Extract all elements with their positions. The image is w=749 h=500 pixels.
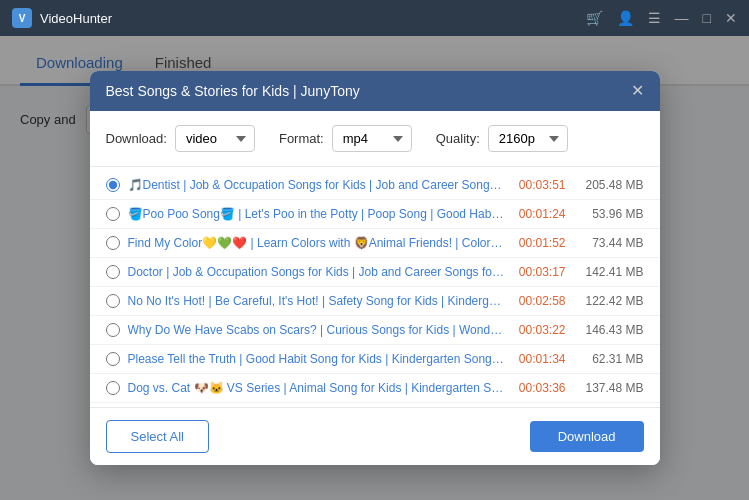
row-radio[interactable]: [106, 294, 120, 308]
row-radio[interactable]: [106, 352, 120, 366]
modal-overlay: Best Songs & Stories for Kids | JunyTony…: [0, 36, 749, 500]
app-icon: V: [12, 8, 32, 28]
row-radio[interactable]: [106, 236, 120, 250]
row-title: Why Do We Have Scabs on Scars? | Curious…: [128, 323, 506, 337]
modal-title: Best Songs & Stories for Kids | JunyTony: [106, 83, 360, 99]
row-duration: 00:02:58: [514, 294, 566, 308]
main-content: Downloading Finished Copy and Analyze Be…: [0, 36, 749, 500]
row-size: 62.31 MB: [574, 352, 644, 366]
select-all-button[interactable]: Select All: [106, 420, 209, 453]
table-row: No No It's Hot! | Be Careful, It's Hot! …: [90, 287, 660, 316]
row-size: 142.41 MB: [574, 265, 644, 279]
row-duration: 00:03:17: [514, 265, 566, 279]
row-radio[interactable]: [106, 207, 120, 221]
download-button[interactable]: Download: [530, 421, 644, 452]
download-label: Download:: [106, 131, 167, 146]
song-list: 🎵Dentist | Job & Occupation Songs for Ki…: [90, 167, 660, 407]
row-duration: 00:03:22: [514, 323, 566, 337]
maximize-button[interactable]: □: [703, 10, 711, 26]
row-duration: 00:01:24: [514, 207, 566, 221]
modal-header: Best Songs & Stories for Kids | JunyTony…: [90, 71, 660, 111]
download-select[interactable]: video audio: [175, 125, 255, 152]
row-radio[interactable]: [106, 178, 120, 192]
row-radio[interactable]: [106, 323, 120, 337]
modal-close-button[interactable]: ✕: [631, 83, 644, 99]
table-row: Find My Color💛💚❤️ | Learn Colors with 🦁A…: [90, 229, 660, 258]
app-title: VideoHunter: [40, 11, 112, 26]
row-size: 146.43 MB: [574, 323, 644, 337]
format-label: Format:: [279, 131, 324, 146]
row-duration: 00:03:51: [514, 178, 566, 192]
table-row: Why Do We Have Scabs on Scars? | Curious…: [90, 316, 660, 345]
row-radio[interactable]: [106, 381, 120, 395]
download-modal: Best Songs & Stories for Kids | JunyTony…: [90, 71, 660, 465]
format-select[interactable]: mp4 mkv avi: [332, 125, 412, 152]
format-control: Format: mp4 mkv avi: [279, 125, 412, 152]
row-title: No No It's Hot! | Be Careful, It's Hot! …: [128, 294, 506, 308]
title-bar-controls: 🛒 👤 ☰ — □ ✕: [586, 10, 737, 26]
row-title: 🎵Dentist | Job & Occupation Songs for Ki…: [128, 178, 506, 192]
quality-control: Quality: 2160p 1080p 720p 480p 360p: [436, 125, 568, 152]
table-row: Doctor | Job & Occupation Songs for Kids…: [90, 258, 660, 287]
table-row: 🪣Poo Poo Song🪣 | Let's Poo in the Potty …: [90, 200, 660, 229]
minimize-button[interactable]: —: [675, 10, 689, 26]
row-title: Find My Color💛💚❤️ | Learn Colors with 🦁A…: [128, 236, 506, 250]
row-size: 53.96 MB: [574, 207, 644, 221]
row-title: Doctor | Job & Occupation Songs for Kids…: [128, 265, 506, 279]
table-row: Dog vs. Cat 🐶🐱 VS Series | Animal Song f…: [90, 374, 660, 403]
row-title: Dog vs. Cat 🐶🐱 VS Series | Animal Song f…: [128, 381, 506, 395]
row-title: 🪣Poo Poo Song🪣 | Let's Poo in the Potty …: [128, 207, 506, 221]
user-icon[interactable]: 👤: [617, 10, 634, 26]
modal-footer: Select All Download: [90, 407, 660, 465]
row-duration: 00:01:34: [514, 352, 566, 366]
quality-select[interactable]: 2160p 1080p 720p 480p 360p: [488, 125, 568, 152]
table-row: Please Tell the Truth | Good Habit Song …: [90, 345, 660, 374]
row-size: 73.44 MB: [574, 236, 644, 250]
menu-icon[interactable]: ☰: [648, 10, 661, 26]
title-bar: V VideoHunter 🛒 👤 ☰ — □ ✕: [0, 0, 749, 36]
title-bar-left: V VideoHunter: [12, 8, 112, 28]
close-button[interactable]: ✕: [725, 10, 737, 26]
row-size: 137.48 MB: [574, 381, 644, 395]
row-radio[interactable]: [106, 265, 120, 279]
modal-controls: Download: video audio Format: mp4 mkv av…: [90, 111, 660, 167]
row-size: 205.48 MB: [574, 178, 644, 192]
row-size: 122.42 MB: [574, 294, 644, 308]
cart-icon[interactable]: 🛒: [586, 10, 603, 26]
row-title: Please Tell the Truth | Good Habit Song …: [128, 352, 506, 366]
row-duration: 00:03:36: [514, 381, 566, 395]
quality-label: Quality:: [436, 131, 480, 146]
row-duration: 00:01:52: [514, 236, 566, 250]
download-control: Download: video audio: [106, 125, 255, 152]
table-row: 🎵Dentist | Job & Occupation Songs for Ki…: [90, 171, 660, 200]
